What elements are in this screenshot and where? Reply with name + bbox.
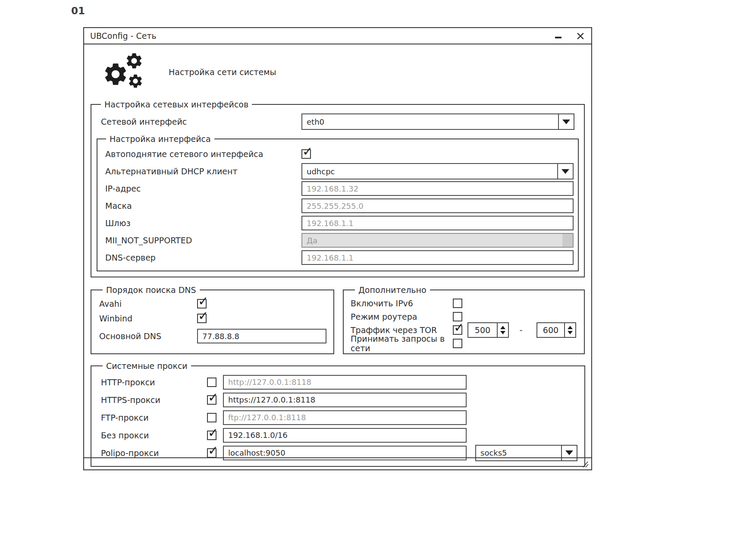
ip-address-input[interactable] xyxy=(301,181,574,196)
dhcp-row: Альтернативный DHCP клиент udhcpc xyxy=(102,163,574,180)
interface-row: Сетевой интерфейс eth0 xyxy=(97,112,579,132)
chevron-down-icon xyxy=(562,120,570,124)
group-title-additional: Дополнительно xyxy=(355,285,430,295)
ftp-proxy-row: FTP-прокси xyxy=(98,409,577,426)
https-proxy-row: HTTPS-прокси xyxy=(98,391,577,409)
chevron-down-icon xyxy=(562,169,569,174)
dns-server-row: DNS-сервер xyxy=(102,249,574,266)
gear-icon xyxy=(125,51,144,70)
interface-settings-group: Настройка интерфейса Автоподнятие сетево… xyxy=(97,134,579,271)
dns-order-group: Порядок поиска DNS Avahi Winbind Основно… xyxy=(91,285,334,354)
no-proxy-label: Без прокси xyxy=(101,431,207,440)
group-title-interface: Настройка интерфейса xyxy=(106,134,214,144)
spinner-buttons[interactable] xyxy=(564,323,575,337)
dhcp-client-value: udhcpc xyxy=(302,164,557,179)
dropdown-button[interactable] xyxy=(558,114,574,129)
dialog-header: Настройка сети системы xyxy=(84,44,591,94)
dns-server-label: DNS-сервер xyxy=(105,253,301,262)
port-range-dash: - xyxy=(509,325,533,335)
no-proxy-input[interactable] xyxy=(223,428,467,443)
additional-group: Дополнительно Включить IPv6 Режим роутер… xyxy=(343,285,585,354)
dns-server-input[interactable] xyxy=(301,250,574,265)
avahi-checkbox[interactable] xyxy=(197,299,207,308)
http-proxy-input[interactable] xyxy=(223,375,467,390)
no-proxy-row: Без прокси xyxy=(98,426,577,444)
netmask-row: Маска xyxy=(102,197,574,214)
primary-dns-row: Основной DNS xyxy=(98,326,326,346)
tor-port-from-spinner[interactable]: 500 xyxy=(467,322,509,338)
spinner-down-icon xyxy=(500,331,505,334)
accept-requests-checkbox[interactable] xyxy=(453,339,462,348)
spinner-up-icon xyxy=(568,326,573,329)
dhcp-client-label: Альтернативный DHCP клиент xyxy=(105,167,301,176)
winbind-label: Winbind xyxy=(99,314,197,323)
dialog-heading: Настройка сети системы xyxy=(169,67,276,77)
gear-icon xyxy=(127,73,144,89)
http-proxy-label: HTTP-прокси xyxy=(101,378,207,387)
tor-port-to-spinner[interactable]: 600 xyxy=(536,322,576,338)
avahi-label: Avahi xyxy=(99,299,197,308)
spinner-up-icon xyxy=(500,326,505,329)
titlebar: UBConfig - Сеть × xyxy=(84,28,591,44)
window-controls: × xyxy=(554,31,585,40)
minimize-icon xyxy=(555,37,562,38)
mii-label: MII_NOT_SUPPORTED xyxy=(105,236,301,245)
primary-dns-input[interactable] xyxy=(197,329,326,343)
avahi-row: Avahi xyxy=(98,296,326,311)
dhcp-client-select[interactable]: udhcpc xyxy=(301,163,574,179)
interface-value: eth0 xyxy=(302,114,558,129)
group-title-network: Настройка сетевых интерфейсов xyxy=(101,100,252,109)
polipo-proxy-label: Polipo-прокси xyxy=(101,448,207,458)
ipv6-checkbox[interactable] xyxy=(453,299,462,308)
mii-value: Да xyxy=(307,236,317,245)
chevron-down-icon xyxy=(565,450,573,455)
ftp-proxy-label: FTP-прокси xyxy=(101,413,207,422)
ip-address-label: IP-адрес xyxy=(105,184,301,193)
tor-port-to-value: 600 xyxy=(537,323,564,337)
spinner-buttons[interactable] xyxy=(497,323,508,337)
ip-row: IP-адрес xyxy=(102,180,574,197)
ftp-proxy-checkbox[interactable] xyxy=(207,413,216,422)
minimize-button[interactable] xyxy=(554,31,562,40)
mii-row: MII_NOT_SUPPORTED Да xyxy=(102,232,574,249)
app-window: UBConfig - Сеть × Настройка сети системы… xyxy=(83,27,592,470)
system-proxy-group: Системные прокси HTTP-прокси HTTPS-прокс… xyxy=(91,361,585,467)
no-proxy-checkbox[interactable] xyxy=(207,431,216,440)
auto-up-row: Автоподнятие сетевого интерфейса xyxy=(102,145,574,163)
auto-up-label: Автоподнятие сетевого интерфейса xyxy=(105,149,301,159)
gateway-label: Шлюз xyxy=(105,218,301,228)
netmask-input[interactable] xyxy=(301,198,574,213)
page-number: 01 xyxy=(71,5,85,16)
close-button[interactable]: × xyxy=(575,31,585,40)
winbind-row: Winbind xyxy=(98,311,326,326)
middle-columns: Порядок поиска DNS Avahi Winbind Основно… xyxy=(91,285,585,354)
https-proxy-input[interactable] xyxy=(223,393,467,407)
accept-requests-row: Принимать запросы в сети xyxy=(351,337,577,350)
status-bar xyxy=(84,457,591,469)
dropdown-button[interactable] xyxy=(557,164,573,179)
gateway-input[interactable] xyxy=(301,216,574,230)
group-title-dns-order: Порядок поиска DNS xyxy=(103,285,200,295)
spinner-down-icon xyxy=(568,331,573,334)
network-interfaces-group: Настройка сетевых интерфейсов Сетевой ин… xyxy=(91,100,585,277)
https-proxy-checkbox[interactable] xyxy=(207,395,216,405)
window-title: UBConfig - Сеть xyxy=(90,31,157,41)
http-proxy-row: HTTP-прокси xyxy=(98,373,577,391)
http-proxy-checkbox[interactable] xyxy=(207,378,216,387)
ftp-proxy-input[interactable] xyxy=(223,410,467,425)
netmask-label: Маска xyxy=(105,201,301,211)
winbind-checkbox[interactable] xyxy=(197,314,207,323)
accept-requests-label: Принимать запросы в сети xyxy=(351,334,453,353)
tor-traffic-label: Траффик через TOR xyxy=(351,325,453,335)
settings-gears-icon xyxy=(102,51,149,93)
primary-dns-label: Основной DNS xyxy=(99,331,197,341)
auto-up-checkbox[interactable] xyxy=(301,149,311,159)
group-title-proxy: Системные прокси xyxy=(103,361,191,371)
resize-grip[interactable] xyxy=(580,460,589,468)
tor-traffic-checkbox[interactable] xyxy=(453,325,462,335)
https-proxy-label: HTTPS-прокси xyxy=(101,395,207,405)
polipo-proxy-checkbox[interactable] xyxy=(207,448,216,458)
interface-select[interactable]: eth0 xyxy=(301,113,574,130)
gateway-row: Шлюз xyxy=(102,214,574,232)
mii-field: Да xyxy=(301,233,574,248)
